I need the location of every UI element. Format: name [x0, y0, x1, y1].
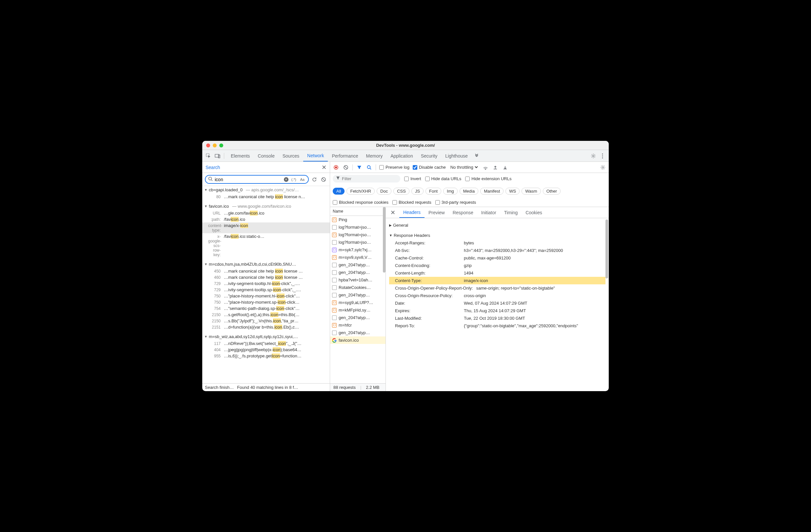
upload-icon[interactable]	[492, 164, 499, 171]
main-tab-network[interactable]: Network	[303, 150, 328, 161]
request-row[interactable]: gen_204?atyp…	[330, 314, 385, 322]
search-result-group[interactable]: ▼m=cdos,hsm,jsa,mb4ZUb,d,csi,cEt90b,SNU…	[202, 261, 330, 268]
invert-checkbox[interactable]: Invert	[404, 176, 421, 181]
filter-chip-font[interactable]: Font	[426, 188, 441, 194]
search-result-line[interactable]: 80…mark canonical cite help icon license…	[202, 193, 330, 200]
main-tab-performance[interactable]: Performance	[328, 150, 362, 161]
main-tab-elements[interactable]: Elements	[227, 150, 254, 161]
search-result-line[interactable]: URL…gle.com/favicon.ico	[202, 210, 330, 216]
scrollbar[interactable]	[383, 207, 385, 272]
filter-chip-js[interactable]: JS	[411, 188, 424, 194]
kebab-icon[interactable]	[599, 152, 606, 159]
filter-toggle-icon[interactable]	[356, 164, 363, 171]
request-row[interactable]: m=hfcr	[330, 322, 385, 329]
clear-network-icon[interactable]	[342, 164, 349, 171]
blocked-requests-checkbox[interactable]: Blocked requests	[393, 200, 431, 205]
search-result-group[interactable]: ▼favicon.ico — www.google.com/favicon.ic…	[202, 202, 330, 210]
main-tab-application[interactable]: Application	[386, 150, 417, 161]
main-tab-lighthouse[interactable]: Lighthouse	[441, 150, 472, 161]
regex-toggle[interactable]: (.*)	[290, 177, 297, 182]
search-tab-label[interactable]: Search	[205, 165, 220, 170]
search-result-line[interactable]: 404…jpeg|jpg|png|tiff|webp|x-icon);base6…	[202, 347, 330, 353]
record-icon[interactable]	[333, 164, 339, 171]
filter-chip-manifest[interactable]: Manifest	[480, 188, 504, 194]
hide-extension-urls-checkbox[interactable]: Hide extension URLs	[465, 176, 511, 181]
disable-cache-checkbox[interactable]: Disable cache	[413, 165, 446, 170]
request-row[interactable]: log?format=jso…	[330, 238, 385, 246]
request-row[interactable]: Ping	[330, 216, 385, 223]
search-result-line[interactable]: 2150…s.getRoot().el(),a);this.icon=this.…	[202, 312, 330, 318]
search-result-line[interactable]: x-google-scs-row-key:/favicon.ico:static…	[202, 233, 330, 258]
request-row[interactable]: log?format=jso…	[330, 231, 385, 238]
search-result-line[interactable]: 117…nDReve"));Bw.set("select_icon",_.J("…	[202, 340, 330, 347]
request-row[interactable]: m=kMFpHd,sy…	[330, 306, 385, 314]
main-tab-security[interactable]: Security	[417, 150, 442, 161]
request-row[interactable]: m=syk7,sylc?xj…	[330, 246, 385, 253]
device-icon[interactable]	[214, 152, 221, 159]
filter-input[interactable]	[342, 176, 397, 181]
third-party-checkbox[interactable]: 3rd-party requests	[435, 200, 476, 205]
search-result-line[interactable]: 955…is,6)};_.fs.prototype.getIcon=functi…	[202, 353, 330, 359]
request-row[interactable]: RotateCookies…	[330, 284, 385, 291]
close-window-button[interactable]	[206, 143, 210, 147]
main-tab-console[interactable]: Console	[254, 150, 278, 161]
search-close-icon[interactable]: ✕	[322, 164, 326, 171]
request-row[interactable]: m=syg9,aLUfP?…	[330, 299, 385, 306]
filter-chip-img[interactable]: Img	[443, 188, 458, 194]
detail-tab-preview[interactable]: Preview	[425, 207, 449, 218]
search-result-line[interactable]: 729…ivity-segment-tooltip.hl-icon-click"…	[202, 280, 330, 287]
main-tab-memory[interactable]: Memory	[362, 150, 387, 161]
detail-tab-timing[interactable]: Timing	[500, 207, 522, 218]
network-settings-icon[interactable]	[600, 164, 606, 171]
minimize-window-button[interactable]	[213, 143, 217, 147]
inspect-icon[interactable]	[205, 152, 212, 159]
filter-chip-wasm[interactable]: Wasm	[522, 188, 540, 194]
search-network-icon[interactable]	[366, 164, 372, 171]
request-list-header[interactable]: Name	[330, 207, 385, 216]
detail-close-icon[interactable]: ✕	[388, 209, 398, 216]
search-result-line[interactable]: 2151…d=function(a){var b=this.icon.Eb(),…	[202, 324, 330, 330]
search-result-line[interactable]: 460…mark canonical cite help icon licens…	[202, 274, 330, 280]
search-result-line[interactable]: 750…"place-history-moment.sp-icon-click…	[202, 299, 330, 305]
search-result-group[interactable]: ▼cb=gapi.loaded_0 — apis.google.com/_/sc…	[202, 186, 330, 193]
settings-icon[interactable]	[590, 152, 597, 159]
request-row[interactable]: m=syv9,syv8,V…	[330, 253, 385, 261]
request-row[interactable]: gen_204?atyp…	[330, 291, 385, 299]
hide-data-urls-checkbox[interactable]: Hide data URLs	[425, 176, 462, 181]
search-result-line[interactable]: 729…ivity-segment-tooltip.sp-icon-click"…	[202, 287, 330, 293]
preserve-log-checkbox[interactable]: Preserve log	[379, 165, 410, 170]
refresh-icon[interactable]	[311, 176, 318, 183]
filter-chip-all[interactable]: All	[333, 188, 345, 194]
main-tab-sources[interactable]: Sources	[279, 150, 303, 161]
detail-tab-headers[interactable]: Headers	[399, 207, 425, 218]
detail-tab-initiator[interactable]: Initiator	[477, 207, 500, 218]
search-result-group[interactable]: ▼m=sb_wiz,aa,abd,sy12d,sytt,sytp,sy12c,s…	[202, 333, 330, 340]
request-row[interactable]: gen_204?atyp…	[330, 329, 385, 337]
request-row[interactable]: gen_204?atyp…	[330, 269, 385, 276]
filter-chip-ws[interactable]: WS	[505, 188, 520, 194]
search-result-line[interactable]: 754…"semantic-path-dialog.sp-icon-click"…	[202, 305, 330, 312]
network-conditions-icon[interactable]	[482, 164, 489, 171]
download-icon[interactable]	[502, 164, 508, 171]
filter-chip-doc[interactable]: Doc	[377, 188, 392, 194]
detail-tab-response[interactable]: Response	[449, 207, 477, 218]
request-row[interactable]: hpba?vet=10ah…	[330, 276, 385, 284]
request-row[interactable]: favicon.ico	[330, 337, 385, 344]
search-result-line[interactable]: 2150…s.Bb("JyIpdf");_.Vn(this.icon,"tia_…	[202, 318, 330, 324]
clear-icon[interactable]	[320, 176, 327, 183]
detail-tab-cookies[interactable]: Cookies	[522, 207, 546, 218]
request-row[interactable]: gen_204?atyp…	[330, 261, 385, 269]
clear-search-icon[interactable]: ✕	[284, 177, 289, 182]
search-result-line[interactable]: 750…"place-history-moment.hl-icon-click"…	[202, 293, 330, 299]
case-toggle[interactable]: Aa	[299, 177, 306, 182]
search-result-line[interactable]: 450…mark canonical cite help icon licens…	[202, 268, 330, 274]
request-row[interactable]: log?format=jso…	[330, 223, 385, 231]
search-input[interactable]	[215, 177, 282, 182]
zoom-window-button[interactable]	[219, 143, 223, 147]
search-result-line[interactable]: content-type:image/x-icon	[202, 222, 330, 233]
filter-chip-fetchxhr[interactable]: Fetch/XHR	[347, 188, 375, 194]
filter-chip-media[interactable]: Media	[460, 188, 478, 194]
filter-chip-css[interactable]: CSS	[393, 188, 410, 194]
throttling-select[interactable]: No throttling	[449, 165, 479, 170]
scrollbar[interactable]	[606, 219, 608, 279]
